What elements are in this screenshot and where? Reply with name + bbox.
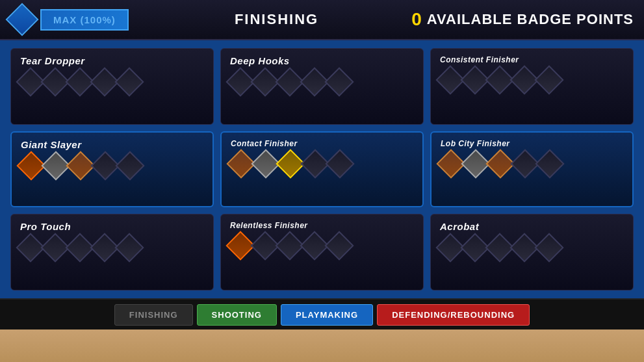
badge-card-tear-dropper[interactable]: Tear Dropper	[10, 48, 214, 125]
badge-icons-lob-city-finisher	[441, 153, 623, 174]
badge-icon-4[interactable]	[115, 151, 144, 180]
badge-icon-4[interactable]	[324, 231, 354, 261]
badge-icons-consistent-finisher	[440, 70, 624, 90]
badge-name-pro-touch: Pro Touch	[20, 221, 204, 232]
badge-icons-contact-finisher	[231, 153, 413, 174]
badge-card-pro-touch[interactable]: Pro Touch	[10, 214, 214, 291]
badge-name-tear-dropper: Tear Dropper	[20, 55, 204, 66]
badge-card-relentless-finisher[interactable]: Relentless Finisher	[220, 214, 424, 291]
badge-name-consistent-finisher: Consistent Finisher	[440, 55, 624, 64]
badge-name-acrobat: Acrobat	[440, 221, 624, 232]
tan-area	[0, 330, 644, 362]
badge-icon-4[interactable]	[534, 65, 563, 94]
content-area: Tear DropperDeep HooksConsistent Finishe…	[0, 40, 644, 298]
badge-icons-pro-touch	[20, 237, 204, 258]
footer-tab-finishing[interactable]: FINISHING	[114, 304, 193, 326]
badge-card-giant-slayer[interactable]: Giant Slayer	[10, 131, 214, 208]
badge-card-lob-city-finisher[interactable]: Lob City Finisher	[430, 131, 634, 208]
badge-icon-4[interactable]	[535, 149, 564, 178]
badge-icons-tear-dropper	[20, 71, 204, 92]
badge-points-container: 0 AVAILABLE BADGE POINTS	[411, 9, 634, 30]
footer-tab-shooting[interactable]: SHOOTING	[197, 304, 277, 326]
badge-card-acrobat[interactable]: Acrobat	[430, 214, 634, 291]
footer-tab-defending[interactable]: DEFENDING/REBOUNDING	[377, 304, 530, 326]
badge-name-giant-slayer: Giant Slayer	[21, 139, 203, 150]
badge-icons-deep-hooks	[230, 71, 414, 92]
badge-icons-acrobat	[440, 237, 624, 258]
badge-card-contact-finisher[interactable]: Contact Finisher	[220, 131, 424, 208]
badge-card-consistent-finisher[interactable]: Consistent Finisher	[430, 48, 634, 125]
badge-icon-4[interactable]	[534, 233, 563, 263]
footer: FINISHINGSHOOTINGPLAYMAKINGDEFENDING/REB…	[0, 298, 644, 330]
max-badge: MAX (100%)	[40, 9, 129, 31]
badge-name-contact-finisher: Contact Finisher	[231, 139, 413, 148]
badge-name-relentless-finisher: Relentless Finisher	[230, 221, 414, 230]
badge-grid: Tear DropperDeep HooksConsistent Finishe…	[10, 48, 634, 291]
badge-name-lob-city-finisher: Lob City Finisher	[441, 139, 623, 148]
diamond-icon	[6, 3, 39, 36]
badge-icon-4[interactable]	[114, 233, 144, 263]
page-title: FINISHING	[142, 11, 411, 28]
badge-icon-4[interactable]	[324, 67, 354, 96]
main-container: MAX (100%) FINISHING 0 AVAILABLE BADGE P…	[0, 0, 644, 362]
header: MAX (100%) FINISHING 0 AVAILABLE BADGE P…	[0, 0, 644, 40]
badge-label: AVAILABLE BADGE POINTS	[427, 11, 634, 28]
badge-icons-relentless-finisher	[230, 235, 414, 256]
badge-icon-4[interactable]	[114, 67, 144, 96]
badge-count: 0	[411, 9, 422, 30]
footer-tab-playmaking[interactable]: PLAYMAKING	[281, 304, 373, 326]
badge-card-deep-hooks[interactable]: Deep Hooks	[220, 48, 424, 125]
badge-icons-giant-slayer	[21, 155, 203, 176]
badge-icon-4[interactable]	[325, 149, 354, 178]
badge-name-deep-hooks: Deep Hooks	[230, 55, 414, 66]
